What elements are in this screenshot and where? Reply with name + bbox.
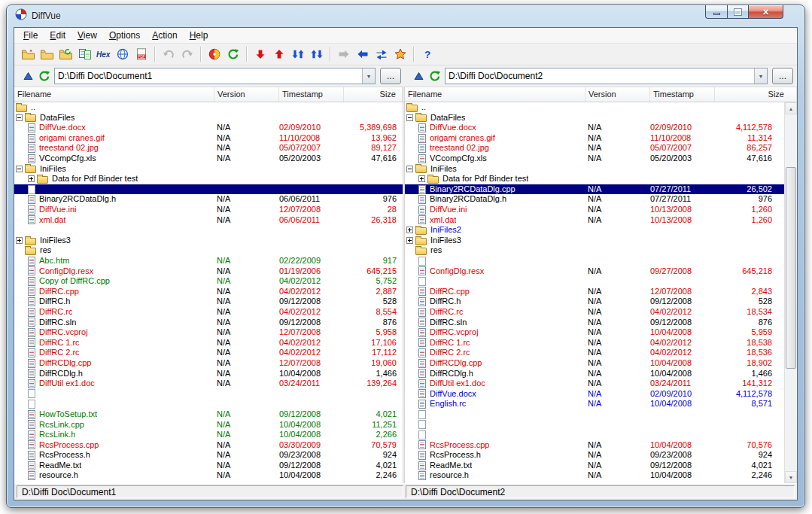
- file-row[interactable]: DiffRC.vcprojN/A12/07/20085,958: [14, 327, 403, 338]
- scrollbar-thumb[interactable]: [786, 167, 796, 369]
- right-up-one-level-button[interactable]: [412, 70, 425, 83]
- menu-item-action[interactable]: Action: [146, 28, 183, 43]
- file-row[interactable]: RcsLink.hN/A10/04/20082,266: [14, 430, 403, 440]
- folder-row[interactable]: IniFiles3: [405, 236, 784, 246]
- folder-row[interactable]: res: [14, 245, 403, 256]
- menu-item-edit[interactable]: Edit: [44, 28, 71, 43]
- menu-item-options[interactable]: Options: [103, 28, 146, 43]
- file-row[interactable]: treestand 02.jpgN/A05/07/200786,257: [405, 143, 784, 154]
- blank-row[interactable]: [14, 399, 403, 409]
- file-row[interactable]: HowToSetup.txtN/A09/12/20084,021: [14, 409, 403, 420]
- blank-row[interactable]: [405, 419, 784, 430]
- file-row[interactable]: treestand 02.jpgN/A05/07/200789,127: [14, 143, 403, 154]
- file-row[interactable]: DiffRC.hN/A09/12/2008528: [14, 297, 403, 307]
- expand-box-expanded[interactable]: [16, 166, 23, 172]
- file-row[interactable]: resource.hN/A10/04/20082,246: [14, 470, 403, 481]
- hex-view-button[interactable]: Hex: [94, 45, 113, 63]
- folder-row[interactable]: DataFiles: [14, 113, 403, 123]
- left-refresh-path-button[interactable]: [38, 70, 51, 83]
- expand-box-expanded[interactable]: [16, 114, 23, 121]
- expand-box-collapsed[interactable]: [406, 237, 413, 244]
- blank-row[interactable]: [14, 389, 403, 400]
- compare-folders-button[interactable]: *: [19, 45, 38, 63]
- open-folder-button[interactable]: [38, 45, 56, 63]
- up-directory-row[interactable]: ..: [405, 102, 784, 113]
- file-row[interactable]: RcsLink.cppN/A10/04/200811,251: [14, 419, 403, 430]
- close-button[interactable]: ×: [748, 5, 783, 19]
- sync-button[interactable]: [372, 45, 391, 63]
- file-row[interactable]: resource.hN/A10/04/20082,246: [405, 470, 784, 481]
- file-row[interactable]: RcsProcess.cppN/A03/30/200970,579: [14, 440, 403, 451]
- file-row[interactable]: DiffRCDlg.cppN/A12/07/200819,060: [14, 358, 403, 369]
- file-row[interactable]: DiffRC.vcprojN/A10/04/20085,959: [405, 327, 784, 338]
- titlebar[interactable]: DiffVue: [7, 5, 804, 26]
- file-row[interactable]: DiffVue.iniN/A12/07/200828: [14, 205, 403, 215]
- folder-row[interactable]: IniFiles2: [405, 225, 784, 236]
- left-up-one-level-button[interactable]: [21, 70, 35, 83]
- file-row[interactable]: origami cranes.gifN/A11/10/200813,962: [14, 133, 403, 144]
- blank-row[interactable]: [405, 276, 784, 287]
- file-row[interactable]: DiffRC.rcN/A04/02/20128,554: [14, 307, 403, 318]
- file-row[interactable]: DiffRC.rcN/A04/02/201218,534: [405, 307, 784, 318]
- file-row[interactable]: ReadMe.txtN/A09/12/20084,021: [405, 461, 784, 471]
- folder-row[interactable]: IniFiles: [14, 164, 403, 175]
- file-row[interactable]: DiffRC 1.rcN/A04/02/201218,538: [405, 338, 784, 348]
- menu-item-view[interactable]: View: [71, 28, 103, 43]
- file-row[interactable]: ConfigDlg.resxN/A09/27/2008645,218: [405, 266, 784, 277]
- folder-row[interactable]: Data for Pdf Binder test: [405, 174, 784, 184]
- column-header-filename[interactable]: Filename: [14, 87, 214, 102]
- file-row[interactable]: Binary2RCDataDlg.cppN/A07/27/201126,502: [405, 184, 784, 195]
- redo-button[interactable]: [178, 45, 196, 63]
- menu-item-help[interactable]: Help: [184, 28, 214, 43]
- expand-box-expanded[interactable]: [406, 166, 413, 172]
- file-row[interactable]: DiffRCDlg.hN/A10/04/20081,466: [14, 368, 403, 379]
- left-path-dropdown-button[interactable]: ▼: [362, 68, 375, 84]
- expand-box-collapsed[interactable]: [406, 227, 413, 233]
- web-view-button[interactable]: [113, 45, 132, 63]
- blank-row[interactable]: [405, 409, 784, 420]
- file-row[interactable]: DiffRC.cppN/A04/02/20122,887: [14, 287, 403, 297]
- prev-pair-button[interactable]: [307, 45, 326, 63]
- file-row[interactable]: DiffUtil ex1.docN/A03/24/2011141,312: [405, 379, 784, 389]
- file-row[interactable]: RcsProcess.cppN/A10/04/200870,576: [405, 440, 784, 451]
- undo-button[interactable]: [159, 45, 178, 63]
- compare-files-button[interactable]: [75, 45, 94, 63]
- right-browse-button[interactable]: ...: [772, 68, 793, 84]
- folder-row[interactable]: Data for Pdf Binder test: [14, 174, 403, 184]
- file-row[interactable]: xml.datN/A10/13/20081,260: [405, 215, 784, 226]
- file-row[interactable]: Binary2RCDataDlg.hN/A07/27/2011976: [405, 194, 784, 205]
- left-browse-button[interactable]: ...: [380, 68, 401, 84]
- column-header-size[interactable]: Size: [344, 87, 403, 102]
- file-row[interactable]: DiffRCDlg.hN/A10/04/20081,466: [405, 368, 784, 379]
- blank-row[interactable]: [405, 430, 784, 440]
- expand-box-collapsed[interactable]: [16, 237, 23, 244]
- maximize-button[interactable]: [727, 5, 748, 19]
- file-row[interactable]: DiffVue.docxN/A02/09/20104,112,578: [405, 389, 784, 400]
- file-row[interactable]: origami cranes.gifN/A11/10/200811,314: [405, 133, 784, 144]
- column-header-timestamp[interactable]: Timestamp: [650, 87, 715, 102]
- file-row[interactable]: DiffRC 2.rcN/A04/02/201217,112: [14, 348, 403, 358]
- pdf-export-button[interactable]: PDF: [132, 45, 151, 63]
- copy-right-button[interactable]: [334, 45, 353, 63]
- file-row[interactable]: ConfigDlg.resxN/A01/19/2006645,215: [14, 266, 403, 277]
- file-row[interactable]: DiffRC.hN/A09/12/2008528: [405, 297, 784, 307]
- file-row[interactable]: DiffRC.cppN/A12/07/20082,843: [405, 287, 784, 297]
- folder-row[interactable]: res: [405, 245, 784, 256]
- blank-row[interactable]: [405, 256, 784, 266]
- folder-row[interactable]: IniFiles: [405, 164, 784, 175]
- file-row[interactable]: English.rcN/A10/04/20088,571: [405, 399, 784, 409]
- file-row[interactable]: DiffRC.slnN/A09/12/2008876: [405, 317, 784, 327]
- expand-box-collapsed[interactable]: [28, 175, 35, 182]
- column-header-version[interactable]: Version: [585, 87, 650, 102]
- blank-row[interactable]: [14, 184, 403, 195]
- column-header-timestamp[interactable]: Timestamp: [279, 87, 344, 102]
- right-path-input[interactable]: [446, 68, 754, 84]
- file-row[interactable]: VCcompCfg.xlsN/A05/20/200347,616: [405, 154, 784, 164]
- menu-item-file[interactable]: File: [17, 28, 44, 43]
- next-pair-button[interactable]: [288, 45, 307, 63]
- file-row[interactable]: RcsProcess.hN/A09/23/2008924: [14, 450, 403, 461]
- file-row[interactable]: DiffUtil ex1.docN/A03/24/2011139,264: [14, 379, 403, 389]
- column-header-version[interactable]: Version: [214, 87, 279, 102]
- refresh-button[interactable]: [224, 45, 242, 63]
- file-row[interactable]: DiffRC 2.rcN/A04/02/201218,536: [405, 348, 784, 358]
